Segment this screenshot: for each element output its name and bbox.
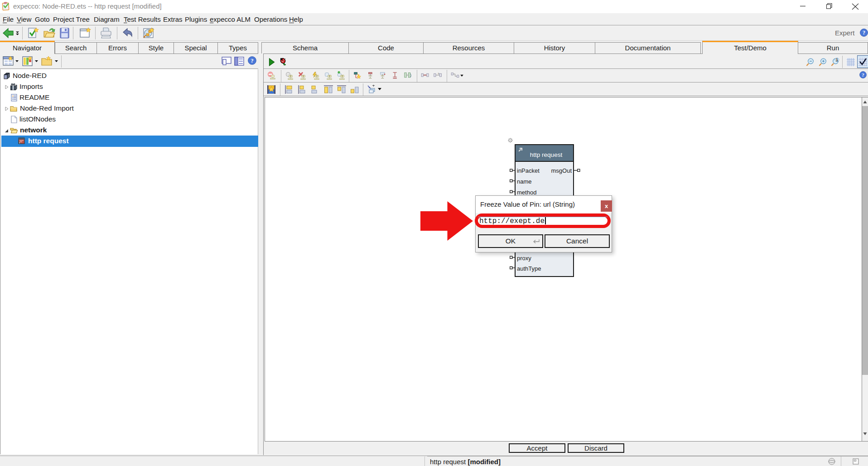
svg-text:?: ? xyxy=(438,73,439,75)
svg-text:?: ? xyxy=(251,57,254,64)
svg-text:1: 1 xyxy=(836,58,838,62)
svg-text:?: ? xyxy=(863,29,865,36)
svg-text:?: ? xyxy=(862,72,864,78)
